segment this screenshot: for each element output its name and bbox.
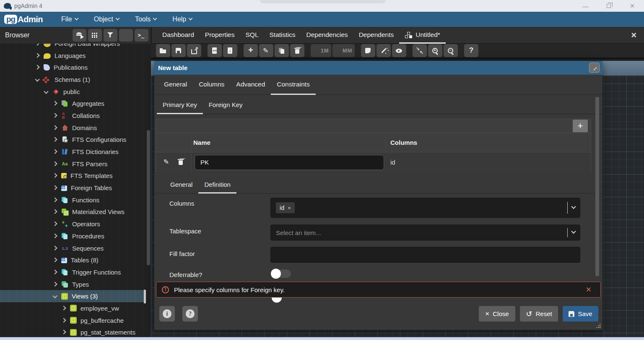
add-note-button[interactable] xyxy=(361,44,375,57)
tree-item-languages[interactable]: Languages xyxy=(0,50,146,62)
tree-item-operators[interactable]: Operators xyxy=(0,218,146,230)
tree-item-domains[interactable]: Domains xyxy=(0,122,146,134)
view-data-button[interactable] xyxy=(88,29,102,42)
tree-item-collations[interactable]: Collations xyxy=(0,110,146,122)
tree-item-public[interactable]: public xyxy=(0,86,146,98)
close-panel-button[interactable]: × xyxy=(628,30,639,41)
tree-item-trigger-functions[interactable]: Trigger Functions xyxy=(0,266,146,278)
psql-tool-button[interactable] xyxy=(135,29,148,42)
tree-chevron-icon[interactable] xyxy=(34,76,41,83)
tab-sql[interactable]: SQL xyxy=(240,27,264,44)
dialog-resize-grip[interactable] xyxy=(596,323,601,328)
detail-tab-general[interactable]: General xyxy=(164,176,198,194)
dialog-title-bar[interactable]: New table ↔ xyxy=(154,61,602,75)
dialog-tab-constraints[interactable]: Constraints xyxy=(271,75,315,95)
zoom-out-button[interactable]: − xyxy=(444,44,458,57)
tree-item-sequences[interactable]: 1..3 Sequences xyxy=(0,242,146,254)
tree-item-foreign-tables[interactable]: Foreign Tables xyxy=(0,182,146,194)
close-window-button[interactable]: × xyxy=(621,0,644,12)
close-button[interactable]: × Close xyxy=(479,306,515,322)
tree-chevron-icon[interactable] xyxy=(43,89,49,95)
zoom-in-button[interactable]: + xyxy=(428,44,442,57)
open-file-button[interactable] xyxy=(156,44,170,57)
download-image-button[interactable] xyxy=(223,44,237,57)
dialog-tab-columns[interactable]: Columns xyxy=(193,75,230,95)
error-close-button[interactable]: × xyxy=(583,284,594,296)
filtered-rows-button[interactable] xyxy=(104,29,117,42)
zoom-to-fit-button[interactable] xyxy=(413,44,427,57)
tab-untitled-erd[interactable]: Untitled* xyxy=(399,27,446,44)
tree-chevron-icon[interactable] xyxy=(34,64,41,71)
tree-chevron-icon[interactable] xyxy=(52,245,58,251)
tab-dependents[interactable]: Dependents xyxy=(353,27,400,44)
show-details-button[interactable] xyxy=(392,44,406,57)
dialog-tab-general[interactable]: General xyxy=(158,75,193,95)
menu-help[interactable]: Help xyxy=(166,12,198,27)
dialog-tab-advanced[interactable]: Advanced xyxy=(230,75,271,95)
help-button[interactable] xyxy=(464,44,478,57)
drop-table-button[interactable] xyxy=(290,44,304,57)
tree-chevron-icon[interactable] xyxy=(52,257,58,263)
auto-align-button[interactable] xyxy=(377,44,391,57)
tree-chevron-icon[interactable] xyxy=(52,281,58,288)
tree-chevron-icon[interactable] xyxy=(52,173,58,179)
deferrable-toggle[interactable] xyxy=(272,269,291,278)
tree-item-functions[interactable]: Functions xyxy=(0,194,146,206)
tree-chevron-icon[interactable] xyxy=(52,209,58,215)
tab-statistics[interactable]: Statistics xyxy=(264,27,301,44)
dialog-help-button[interactable]: ? xyxy=(182,306,198,322)
tree-chevron-icon[interactable] xyxy=(52,293,58,299)
tree-item-views[interactable]: Views (3) xyxy=(0,290,145,302)
restore-button[interactable] xyxy=(597,0,621,12)
tree-item-pg-buffercache[interactable]: pg_buffercache xyxy=(0,314,146,327)
clone-table-button[interactable] xyxy=(275,44,289,57)
tab-dashboard[interactable]: Dashboard xyxy=(157,27,200,44)
many-to-many-button[interactable]: MM xyxy=(332,44,355,57)
tree-chevron-icon[interactable] xyxy=(52,125,58,131)
tree-item-pg-stat-statements[interactable]: pg_stat_statements xyxy=(0,327,146,337)
tree-item-employee-vw[interactable]: employee_vw xyxy=(0,302,146,314)
tree-item-fts-parsers[interactable]: Aa FTS Parsers xyxy=(0,158,146,170)
tree-scrollbar-thumb-secondary[interactable] xyxy=(144,290,146,303)
menu-object[interactable]: Object xyxy=(88,12,125,27)
chip-remove-icon[interactable]: × xyxy=(288,205,291,211)
tree-chevron-icon[interactable] xyxy=(52,197,58,203)
fill-factor-input[interactable] xyxy=(270,247,580,263)
tablespace-dropdown-control[interactable] xyxy=(567,225,580,240)
tab-dependencies[interactable]: Dependencies xyxy=(301,27,353,44)
generate-sql-button[interactable] xyxy=(208,44,222,57)
tree-item-tables[interactable]: Tables (8) xyxy=(0,254,146,266)
tree-chevron-icon[interactable] xyxy=(52,233,58,239)
tablespace-select[interactable]: Select an item... xyxy=(270,225,580,241)
tree-item-aggregates[interactable]: Aggregates xyxy=(0,97,146,110)
menu-file[interactable]: File xyxy=(55,12,84,27)
tree-item-procedures[interactable]: Procedures xyxy=(0,230,146,242)
save-button[interactable]: Save xyxy=(563,306,598,322)
tree-chevron-icon[interactable] xyxy=(34,44,41,47)
tree-chevron-icon[interactable] xyxy=(52,112,58,119)
tree-item-fts-configurations[interactable]: FTS Configurations xyxy=(0,134,146,146)
minimize-button[interactable]: — xyxy=(574,0,597,12)
tree-chevron-icon[interactable] xyxy=(61,305,67,311)
query-tool-button[interactable] xyxy=(73,29,86,42)
tree-chevron-icon[interactable] xyxy=(61,329,67,335)
save-as-button[interactable] xyxy=(187,44,201,57)
one-to-many-button[interactable]: 1M xyxy=(311,44,331,57)
tree-chevron-icon[interactable] xyxy=(52,185,58,191)
dialog-scrollbar-thumb[interactable] xyxy=(595,97,599,276)
tree-item-publications[interactable]: Publications xyxy=(0,61,146,73)
add-table-button[interactable] xyxy=(244,44,258,57)
constraint-name-input[interactable] xyxy=(195,155,384,170)
tree-chevron-icon[interactable] xyxy=(52,221,58,227)
tree-scrollbar-thumb[interactable] xyxy=(147,130,150,265)
tree-item-types[interactable]: Types xyxy=(0,278,146,290)
dialog-expand-button[interactable]: ↔ xyxy=(589,63,600,73)
detail-tab-definition[interactable]: Definition xyxy=(198,176,236,194)
sql-info-button[interactable]: i xyxy=(159,306,175,322)
tree-item-fts-templates[interactable]: FTS Templates xyxy=(0,170,146,182)
tree-item-materialized-views[interactable]: Materialized Views xyxy=(0,206,146,218)
tab-properties[interactable]: Properties xyxy=(200,27,240,44)
save-file-button[interactable] xyxy=(171,44,186,57)
tree-chevron-icon[interactable] xyxy=(61,317,67,324)
columns-dropdown-control[interactable] xyxy=(567,198,580,217)
